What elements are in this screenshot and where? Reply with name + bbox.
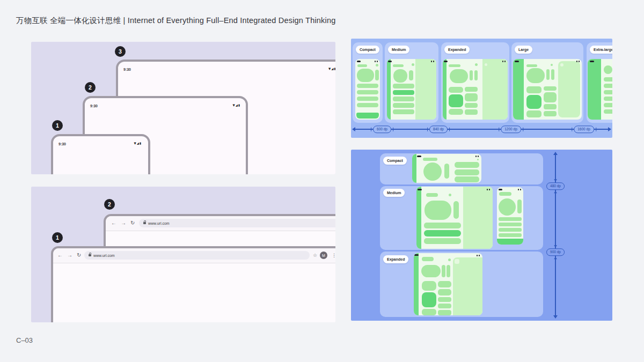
breakpoint-900dp: 900 dp xyxy=(546,248,565,256)
wf-block xyxy=(438,281,451,287)
wf-block xyxy=(426,193,438,197)
number-badge-3: 3 xyxy=(115,46,126,57)
class-label-expanded: Expanded xyxy=(444,46,470,54)
breakpoint-1600dp: 1600 dp xyxy=(574,125,594,133)
wf-block xyxy=(604,97,612,101)
wf-block-accent xyxy=(393,90,414,95)
wf-block xyxy=(604,109,612,114)
class-label-expanded: Expanded xyxy=(383,255,408,263)
wf-block xyxy=(499,198,516,216)
wf-side-column xyxy=(482,59,508,120)
window-dots-icon xyxy=(502,61,506,62)
wf-block-accent xyxy=(526,95,541,109)
window-dots-icon xyxy=(477,255,480,256)
wireframe-large xyxy=(513,59,582,120)
window-dots-icon xyxy=(576,61,580,62)
camera-notch xyxy=(418,189,422,190)
url-bar: www.url.com xyxy=(139,219,335,227)
wf-block xyxy=(438,310,451,315)
number-badge-2: 2 xyxy=(85,82,96,93)
camera-notch xyxy=(388,61,392,62)
wireframe-compact-phone xyxy=(355,59,380,120)
wf-block xyxy=(546,69,550,80)
device-stack-panel: 9:30 ▼◢▮ 9:30 ▼◢▮ 9:30 ▼◢▮ 3 2 1 xyxy=(31,42,335,174)
window-dots-icon xyxy=(375,61,378,62)
back-icon: ← xyxy=(57,252,63,258)
wf-dot xyxy=(560,63,564,67)
class-label-large: Large xyxy=(515,46,532,54)
breakpoint-480dp: 480 dp xyxy=(546,182,565,190)
wf-block xyxy=(551,69,554,80)
wf-block xyxy=(450,69,468,83)
wf-block xyxy=(499,233,522,237)
wf-block xyxy=(357,84,378,88)
wf-block xyxy=(449,87,463,93)
wf-block xyxy=(423,162,442,181)
wf-block xyxy=(499,228,522,232)
wf-block xyxy=(393,103,414,108)
wf-block xyxy=(424,238,461,244)
window-dots-icon xyxy=(475,156,479,157)
number-badge-1: 1 xyxy=(52,232,63,243)
nav-rail xyxy=(416,187,421,249)
nav-drawer xyxy=(513,59,524,120)
wf-dot xyxy=(477,159,479,160)
nav-rail xyxy=(412,154,416,183)
arrow-up-icon xyxy=(553,152,558,155)
reload-icon: ↻ xyxy=(130,220,135,226)
wf-block xyxy=(465,103,478,108)
url-bar: www.url.com xyxy=(84,251,310,260)
wf-block xyxy=(357,90,378,94)
wf-detail-pane xyxy=(453,257,482,315)
wf-block xyxy=(526,68,545,83)
wf-block xyxy=(357,103,378,107)
wf-block-accent xyxy=(424,230,461,237)
width-classes-panel: Compact Medium Expan xyxy=(351,39,612,138)
avatar: M xyxy=(320,252,327,259)
wireframe-compact-landscape xyxy=(412,154,481,183)
wf-block xyxy=(393,69,407,83)
row-medium: Medium xyxy=(380,186,543,250)
wf-block xyxy=(604,90,612,94)
wf-detail-pane xyxy=(558,61,580,117)
back-icon: ← xyxy=(111,220,116,226)
wf-side-column xyxy=(415,59,436,120)
wf-block xyxy=(376,64,378,67)
wireframe-expanded-tablet xyxy=(414,253,482,315)
wf-block xyxy=(465,93,478,101)
wf-side-column xyxy=(463,187,493,249)
wf-block xyxy=(544,92,557,102)
wf-block xyxy=(470,70,473,80)
wf-block xyxy=(425,201,451,220)
wf-block xyxy=(357,97,378,101)
height-axis-line xyxy=(555,154,556,316)
nav-drawer xyxy=(588,59,601,120)
window-dots-icon xyxy=(431,61,435,62)
forward-icon: → xyxy=(67,252,72,258)
wf-dot xyxy=(455,259,459,264)
wf-block xyxy=(517,200,522,213)
wf-block xyxy=(526,64,537,67)
status-icons: ▼◢▮ xyxy=(233,104,241,107)
number-badge-2: 2 xyxy=(104,199,115,210)
camera-notch xyxy=(414,254,419,256)
url-text: www.url.com xyxy=(93,254,115,257)
wf-block xyxy=(544,86,557,91)
wf-block xyxy=(448,258,451,261)
wf-block xyxy=(442,265,445,277)
class-label-medium: Medium xyxy=(388,46,409,54)
wf-block xyxy=(393,64,404,67)
browser-window-1: ← → ↻ www.url.com ☆ M ⋮ xyxy=(51,246,335,322)
wf-block xyxy=(423,158,437,161)
lock-icon xyxy=(89,254,91,256)
wf-block xyxy=(438,297,451,302)
reload-icon: ↻ xyxy=(77,252,81,258)
wf-block xyxy=(465,109,478,115)
wf-block xyxy=(499,223,522,226)
wf-block-accent xyxy=(497,239,523,245)
breakpoint-600dp: 600 dp xyxy=(373,125,391,133)
wf-block xyxy=(499,217,522,221)
arrow-right-icon xyxy=(608,127,611,131)
wf-block xyxy=(393,109,414,114)
class-label-medium: Medium xyxy=(383,189,405,197)
